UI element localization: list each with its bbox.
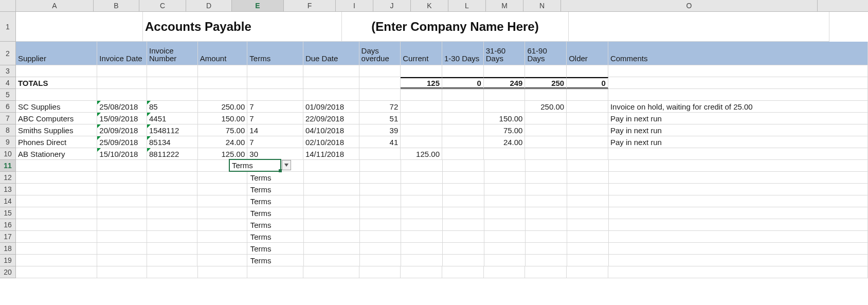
column-header-F[interactable]: F: [284, 0, 336, 11]
table-cell[interactable]: [442, 124, 484, 136]
table-cell[interactable]: 75.00: [484, 124, 526, 136]
row-header-1[interactable]: 1: [0, 12, 16, 42]
cell[interactable]: [97, 243, 147, 255]
cell[interactable]: [525, 89, 567, 101]
cell[interactable]: [443, 243, 484, 255]
cell[interactable]: [608, 77, 868, 89]
cell[interactable]: [304, 231, 360, 243]
cell[interactable]: [443, 219, 484, 231]
cell[interactable]: [567, 65, 608, 77]
column-header-J[interactable]: J: [373, 0, 411, 11]
cell[interactable]: [567, 255, 609, 266]
cell[interactable]: [16, 195, 97, 207]
cell[interactable]: [484, 219, 526, 231]
cell[interactable]: [609, 255, 868, 266]
cell[interactable]: [567, 89, 608, 101]
cell[interactable]: [525, 266, 567, 278]
table-header-F[interactable]: Due Date: [303, 42, 359, 65]
table-cell[interactable]: 8811222: [147, 148, 198, 160]
cell[interactable]: [609, 184, 868, 195]
cell[interactable]: [247, 65, 303, 77]
cell[interactable]: [567, 195, 609, 207]
cell[interactable]: [443, 172, 484, 184]
cell[interactable]: [484, 255, 526, 266]
cell[interactable]: [359, 89, 401, 101]
table-cell[interactable]: [442, 148, 484, 160]
cell[interactable]: [609, 231, 868, 243]
cell[interactable]: [198, 89, 248, 101]
cell[interactable]: [147, 89, 198, 101]
row-header-19[interactable]: 19: [0, 255, 16, 266]
row-header-14[interactable]: 14: [0, 195, 16, 207]
cell[interactable]: [197, 231, 247, 243]
cell[interactable]: [360, 195, 402, 207]
table-cell[interactable]: 41: [359, 136, 401, 148]
cell[interactable]: [567, 172, 609, 184]
table-cell[interactable]: 15/10/2018: [97, 148, 147, 160]
row-header-17[interactable]: 17: [0, 231, 16, 243]
table-cell[interactable]: Pay in next run: [608, 124, 868, 136]
cell[interactable]: [360, 172, 402, 184]
cell[interactable]: [401, 219, 443, 231]
cell[interactable]: [147, 255, 198, 266]
totals-N[interactable]: 0: [567, 77, 608, 89]
cell[interactable]: [443, 184, 484, 195]
table-cell[interactable]: [401, 136, 442, 148]
totals-J[interactable]: 125: [401, 77, 442, 89]
cell[interactable]: [97, 255, 147, 266]
cell[interactable]: [16, 243, 97, 255]
cell[interactable]: [443, 195, 484, 207]
row-header-13[interactable]: 13: [0, 184, 16, 195]
table-cell[interactable]: ABC Computers: [16, 113, 97, 124]
cell[interactable]: [442, 266, 484, 278]
cell[interactable]: [401, 255, 443, 266]
table-header-D[interactable]: Amount: [198, 42, 248, 65]
cell[interactable]: [247, 89, 303, 101]
table-cell[interactable]: [525, 148, 567, 160]
column-header-C[interactable]: C: [139, 0, 186, 11]
cell[interactable]: [569, 12, 829, 42]
cell[interactable]: [359, 266, 401, 278]
cell[interactable]: [484, 184, 526, 195]
cell[interactable]: [484, 243, 526, 255]
cell[interactable]: [609, 219, 868, 231]
table-cell[interactable]: 39: [359, 124, 401, 136]
terms-placeholder-cell[interactable]: Terms: [247, 207, 304, 219]
cell[interactable]: [147, 195, 198, 207]
table-cell[interactable]: [442, 113, 484, 124]
table-cell[interactable]: [359, 148, 401, 160]
cell[interactable]: [484, 89, 526, 101]
column-header-N[interactable]: N: [523, 0, 561, 11]
cell[interactable]: [567, 160, 609, 172]
cell[interactable]: [484, 65, 526, 77]
cell[interactable]: [147, 219, 198, 231]
cell[interactable]: [609, 195, 868, 207]
cell[interactable]: [360, 184, 402, 195]
cell[interactable]: [609, 160, 868, 172]
row-header-3[interactable]: 3: [0, 65, 16, 77]
cell[interactable]: [97, 207, 147, 219]
table-cell[interactable]: [525, 136, 567, 148]
cell[interactable]: [401, 65, 442, 77]
cell[interactable]: [304, 195, 360, 207]
cell[interactable]: [567, 219, 609, 231]
cell[interactable]: [567, 184, 609, 195]
cell[interactable]: [526, 172, 567, 184]
cell[interactable]: [97, 65, 147, 77]
table-cell[interactable]: Smiths Supplies: [16, 124, 97, 136]
cell[interactable]: [16, 219, 97, 231]
cell[interactable]: [401, 160, 443, 172]
table-cell[interactable]: 25/09/2018: [97, 136, 147, 148]
cell[interactable]: [147, 77, 198, 89]
cell[interactable]: [247, 77, 303, 89]
cell[interactable]: [303, 89, 359, 101]
cell[interactable]: [484, 231, 526, 243]
cell[interactable]: [526, 184, 567, 195]
table-header-I[interactable]: Days overdue: [359, 42, 401, 65]
cell[interactable]: [197, 184, 247, 195]
cell[interactable]: [443, 207, 484, 219]
table-header-A[interactable]: Supplier: [16, 42, 97, 65]
cell[interactable]: [147, 160, 198, 172]
cell[interactable]: [16, 160, 97, 172]
row-header-15[interactable]: 15: [0, 207, 16, 219]
